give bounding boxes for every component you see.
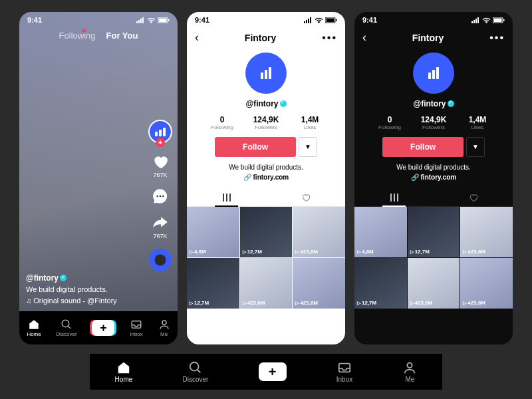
tab-create[interactable]: + <box>92 320 114 336</box>
stat-following[interactable]: 0Following <box>200 115 244 130</box>
video-grid: 4,6M 12,7M 423,6M 12,7M 423,6M 423,6M <box>187 207 345 309</box>
tab-home[interactable]: Home <box>27 319 41 337</box>
follow-button[interactable]: Follow <box>215 137 296 157</box>
status-icons <box>471 17 505 23</box>
video-thumb[interactable]: 423,6M <box>460 207 513 257</box>
svg-rect-1 <box>159 18 167 22</box>
profile-screen-light: 9:41 ‹ Fintory ••• @fintory 0Following 1… <box>187 12 345 344</box>
profile-title: Fintory <box>245 33 276 43</box>
profile-link[interactable]: 🔗 fintory.com <box>411 174 457 181</box>
svg-rect-2 <box>168 19 170 21</box>
tab-home[interactable]: Home <box>115 360 133 383</box>
stat-following[interactable]: 0Following <box>368 115 412 130</box>
verified-icon <box>60 275 66 281</box>
feed-username[interactable]: @fintory <box>26 273 59 283</box>
stat-followers[interactable]: 124,9KFollowers <box>244 115 288 130</box>
status-time: 9:41 <box>362 16 377 24</box>
share-button[interactable]: 767K <box>152 214 169 239</box>
profile-avatar[interactable] <box>413 53 454 94</box>
stat-likes[interactable]: 1,4MLikes <box>288 115 332 130</box>
video-thumb[interactable]: 423,6M <box>408 258 460 309</box>
video-thumb[interactable]: 4,6M <box>187 207 239 257</box>
tab-me[interactable]: Me <box>402 360 417 383</box>
back-button[interactable]: ‹ <box>362 31 366 45</box>
tab-for-you[interactable]: For You <box>106 31 138 41</box>
liked-tab[interactable] <box>434 189 513 206</box>
videos-tab[interactable] <box>354 189 434 206</box>
videos-tab[interactable] <box>187 189 266 206</box>
profile-link[interactable]: 🔗 fintory.com <box>243 174 289 181</box>
tab-inbox[interactable]: Inbox <box>336 360 352 383</box>
profile-bio: We build digital products. <box>229 164 303 171</box>
svg-point-17 <box>408 363 412 368</box>
video-thumb[interactable]: 423,6M <box>460 258 513 309</box>
tab-create[interactable]: + <box>259 362 287 381</box>
profile-title: Fintory <box>412 33 444 43</box>
follow-dropdown[interactable]: ▼ <box>299 137 317 157</box>
video-thumb[interactable]: 423,6M <box>240 258 293 309</box>
tab-me[interactable]: Me <box>158 319 170 337</box>
video-thumb[interactable]: 12,7M <box>408 207 460 257</box>
author-avatar[interactable]: + <box>148 120 172 144</box>
tab-following[interactable]: Following <box>59 31 96 41</box>
profile-handle[interactable]: @fintory <box>413 99 446 108</box>
profile-avatar[interactable] <box>245 53 287 94</box>
svg-point-6 <box>62 320 69 327</box>
profile-bio: We build digital products. <box>396 164 471 171</box>
verified-icon <box>280 100 287 107</box>
verified-icon <box>448 100 454 107</box>
svg-point-8 <box>162 321 166 325</box>
main-tab-bar: Home Discover + Inbox Me <box>90 354 442 390</box>
video-thumb[interactable]: 4,6M <box>354 207 407 257</box>
svg-rect-11 <box>336 19 337 21</box>
more-button[interactable]: ••• <box>322 32 337 44</box>
feed-sound[interactable]: ♫ Original sound - @Fintory <box>26 295 117 307</box>
svg-point-3 <box>156 196 158 198</box>
comment-button[interactable] <box>152 188 169 205</box>
svg-point-15 <box>190 362 199 371</box>
tab-discover[interactable]: Discover <box>57 319 77 337</box>
tab-inbox[interactable]: Inbox <box>130 319 143 337</box>
stat-followers[interactable]: 124,9KFollowers <box>412 115 456 130</box>
video-grid: 4,6M 12,7M 423,6M 12,7M 423,6M 423,6M <box>354 207 513 309</box>
status-icons <box>303 17 337 23</box>
tab-bar: Home Discover + Inbox Me <box>19 311 178 344</box>
status-time: 9:41 <box>27 16 42 24</box>
like-button[interactable]: 767K <box>152 153 169 178</box>
profile-handle[interactable]: @fintory <box>245 99 278 108</box>
follow-plus-icon[interactable]: + <box>156 138 165 147</box>
tab-discover[interactable]: Discover <box>182 360 208 383</box>
feed-screen: 9:41 Following For You + 767K <box>19 12 178 344</box>
stat-likes[interactable]: 1,4MLikes <box>456 115 499 130</box>
status-icons <box>136 17 170 23</box>
video-thumb[interactable]: 12,7M <box>187 258 239 309</box>
svg-rect-10 <box>327 18 334 22</box>
more-button[interactable]: ••• <box>489 32 505 44</box>
follow-dropdown[interactable]: ▼ <box>466 137 485 157</box>
back-button[interactable]: ‹ <box>195 31 199 45</box>
sound-disc[interactable] <box>149 249 172 271</box>
svg-point-4 <box>160 196 162 198</box>
video-thumb[interactable]: 423,6M <box>293 207 345 257</box>
svg-rect-13 <box>494 18 502 22</box>
status-time: 9:41 <box>195 16 209 24</box>
svg-point-5 <box>162 196 164 198</box>
follow-button[interactable]: Follow <box>382 137 464 157</box>
liked-tab[interactable] <box>266 189 345 206</box>
feed-bio: We build digital products. <box>26 284 117 295</box>
profile-screen-dark: 9:41 ‹ Fintory ••• @fintory 0Following 1… <box>354 12 513 344</box>
video-thumb[interactable]: 12,7M <box>240 207 293 257</box>
video-thumb[interactable]: 423,6M <box>293 258 345 309</box>
svg-rect-14 <box>503 19 505 21</box>
video-thumb[interactable]: 12,7M <box>354 258 407 309</box>
